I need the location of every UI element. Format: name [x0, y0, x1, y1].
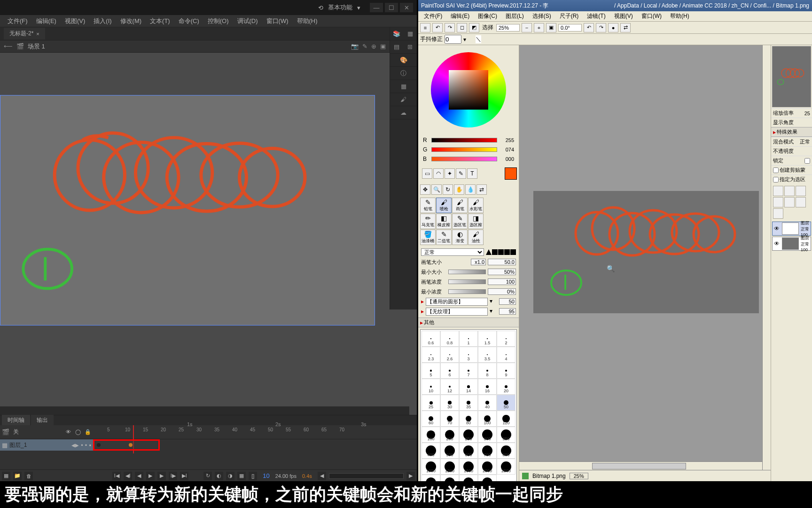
lock-checkbox[interactable] — [804, 158, 810, 164]
minsize-value[interactable]: 50% — [488, 269, 516, 275]
brush-size-cell[interactable]: 14 — [459, 379, 478, 395]
keyframe[interactable] — [129, 443, 133, 447]
reset-angle-icon[interactable]: ● — [608, 23, 618, 32]
next-button[interactable]: ▶ — [157, 472, 166, 480]
brush-size-cell[interactable]: 1200 — [440, 459, 459, 475]
density-value[interactable]: 100 — [488, 278, 516, 285]
brush-eraser[interactable]: ◧橡皮擦 — [436, 214, 452, 229]
rotate-right-icon[interactable]: ↷ — [596, 23, 606, 32]
document-tab[interactable]: 无标题-2* × — [4, 28, 45, 40]
brush-pencil[interactable]: ✎铅笔 — [420, 198, 436, 213]
v-scrollbar[interactable] — [762, 45, 771, 473]
tip-shape[interactable] — [486, 249, 492, 255]
scene-label[interactable]: 场景 1 — [28, 42, 45, 51]
menu-file[interactable]: 文件(F) — [420, 11, 446, 21]
brush-size-cell[interactable]: 5 — [422, 363, 440, 379]
maximize-button[interactable]: ☐ — [385, 3, 398, 12]
tip-shape[interactable] — [504, 249, 510, 255]
brush-gradient[interactable]: ◐渐变 — [452, 230, 468, 245]
brush-size-cell[interactable]: 100 — [478, 411, 497, 427]
visibility-icon[interactable]: 👁 — [66, 429, 72, 436]
size-mult[interactable]: x1.0 — [471, 259, 486, 265]
brush-size-cell[interactable]: 600 — [459, 443, 478, 459]
brush-size-cell[interactable]: 70 — [440, 411, 459, 427]
brush-size-cell[interactable]: 400 — [422, 443, 440, 459]
deselect-icon[interactable]: ◻ — [457, 23, 467, 32]
layer-row[interactable]: ▦ 图层_1 ◀▶ • • ▪ — [0, 439, 93, 451]
brush-size-cell[interactable]: 6 — [440, 363, 459, 379]
mindensity-slider[interactable] — [448, 289, 486, 294]
menu-canvas[interactable]: 图像(C) — [474, 11, 501, 21]
invert-icon[interactable]: ◩ — [469, 23, 479, 32]
layer-visibility-icon[interactable]: 👁 — [773, 225, 781, 232]
menu-window[interactable]: 窗口(W) — [638, 11, 665, 21]
undo-icon[interactable]: ↶ — [432, 23, 443, 32]
brush-size-cell[interactable]: 3.5 — [478, 347, 497, 363]
blend-value[interactable]: 正常 — [797, 138, 810, 145]
menu-commands[interactable]: 命令(C) — [175, 16, 203, 27]
camera-icon[interactable]: 📷 — [351, 43, 359, 50]
new-linework-button[interactable] — [784, 186, 795, 196]
minsize-slider[interactable] — [448, 270, 486, 274]
prefs-icon[interactable]: ≡ — [420, 23, 430, 32]
menu-view[interactable]: 视图(V) — [610, 11, 637, 21]
brush-size-cell[interactable]: 60 — [422, 411, 440, 427]
effects-collapse[interactable]: 特殊效果 — [771, 127, 812, 137]
pen-icon[interactable]: ✎ — [456, 168, 466, 179]
prev-button[interactable]: ◀ — [135, 472, 143, 480]
menu-view[interactable]: 视图(V) — [61, 16, 89, 27]
rect-select-icon[interactable]: ▭ — [422, 168, 432, 179]
menu-help[interactable]: 帮助(H) — [666, 11, 693, 21]
brush-size-cell[interactable]: 4000 — [459, 475, 478, 481]
layer-item[interactable]: 👁 图层 正常 100 — [772, 222, 811, 236]
size-value[interactable]: 50.0 — [488, 259, 516, 265]
status-filename[interactable]: Bitmap 1.png — [532, 473, 566, 479]
menu-text[interactable]: 文本(T) — [146, 16, 174, 27]
last-frame-button[interactable]: ▶I — [180, 472, 188, 480]
brush-size-cell[interactable]: 300 — [478, 427, 497, 443]
move-icon[interactable]: ✥ — [420, 184, 430, 195]
color-wheel[interactable] — [418, 45, 519, 135]
transform-icon[interactable]: ⊞ — [406, 42, 415, 52]
layer-visibility-icon[interactable]: 👁 — [773, 240, 781, 247]
next-frame-button[interactable]: I▶ — [169, 472, 177, 480]
shape-select[interactable]: 【通用的圆形】 — [426, 298, 488, 306]
brush-size-cell[interactable]: 50 — [497, 395, 515, 411]
close-button[interactable]: ✕ — [400, 3, 413, 12]
tab-timeline[interactable]: 时间轴 — [2, 415, 30, 426]
eyedrop-icon[interactable]: 💧 — [465, 184, 476, 195]
layer-item[interactable]: 👁 图层 正常 100 — [772, 237, 811, 251]
onion-button[interactable]: ◐ — [215, 472, 223, 480]
menu-edit[interactable]: 编辑(E) — [32, 16, 60, 27]
brush-size-cell[interactable]: 10 — [422, 379, 440, 395]
brush-size-cell[interactable]: 80 — [459, 411, 478, 427]
edit-multi-button[interactable]: ▦ — [237, 472, 246, 480]
sync-icon[interactable]: ⟲ — [318, 4, 323, 11]
shape-btn[interactable]: ▾ — [490, 298, 497, 305]
brush-bucket[interactable]: 🪣油漆桶 — [420, 230, 436, 245]
brush-size-cell[interactable]: 350 — [497, 427, 515, 443]
clapper-icon[interactable]: 🎬 — [16, 43, 24, 50]
merge-button[interactable] — [796, 197, 806, 207]
brush-size-cell[interactable]: 2.6 — [440, 347, 459, 363]
brush-size-cell[interactable]: 2.3 — [422, 347, 440, 363]
fit-icon[interactable]: ▣ — [546, 23, 556, 32]
menu-window[interactable]: 窗口(W) — [263, 16, 292, 27]
layer-box[interactable]: ▪ — [89, 442, 91, 449]
brush-size-cell[interactable]: 700 — [478, 443, 497, 459]
info-icon[interactable]: ⓘ — [399, 69, 408, 78]
clipmask-checkbox[interactable] — [773, 167, 779, 173]
tab-output[interactable]: 输出 — [31, 415, 54, 426]
sai-canvas[interactable]: 🔍 — [533, 191, 759, 313]
tip-shape[interactable] — [492, 249, 498, 255]
brush-size-cell[interactable]: 2500 — [497, 459, 515, 475]
time-label[interactable]: 0.4s — [299, 473, 315, 479]
brush-size-cell[interactable]: 40 — [478, 395, 497, 411]
brush-size-cell[interactable]: 5000 — [478, 475, 497, 481]
layer-ctrl-icon[interactable]: ◀▶ — [71, 443, 79, 448]
expand-icon[interactable]: ▶ — [421, 300, 424, 304]
menu-help[interactable]: 帮助(H) — [293, 16, 321, 27]
blend-mode-select[interactable]: 正常 — [421, 248, 484, 256]
play-button[interactable]: ▶ — [146, 472, 155, 480]
delete-layer-button[interactable]: 🗑 — [24, 472, 33, 480]
